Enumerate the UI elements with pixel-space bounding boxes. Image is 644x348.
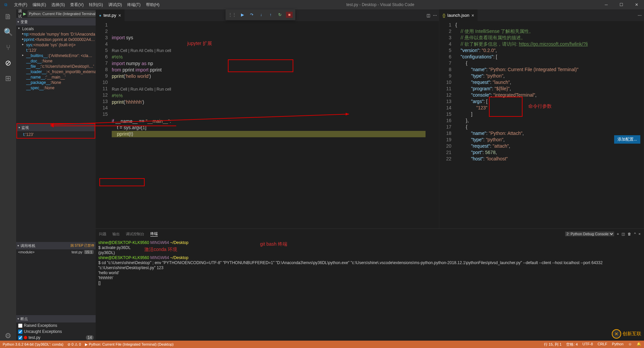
breakpoint-dot-icon: [24, 336, 27, 339]
menu-terminal[interactable]: 终端(T): [125, 1, 143, 9]
var-name[interactable]: t: [26, 48, 27, 53]
new-terminal-icon[interactable]: +: [617, 232, 619, 236]
grip-icon[interactable]: ⋮⋮: [228, 12, 236, 17]
terminal[interactable]: shine@DESKTOP-KLK9560 MINGW64 ~/Desktop …: [96, 239, 644, 341]
var-name[interactable]: pprint: [24, 37, 34, 42]
uncaught-exceptions-checkbox[interactable]: [18, 330, 22, 334]
status-python[interactable]: Python 3.6.2 64-bit ('py36DL': conda): [3, 342, 63, 346]
watermark-logo: ✕创新互联: [612, 329, 641, 339]
add-configuration-button[interactable]: 添加配置...: [614, 135, 640, 144]
var-name[interactable]: __doc__: [26, 59, 42, 63]
menu-help[interactable]: 帮助(H): [144, 1, 162, 9]
locals-scope[interactable]: Locals: [22, 27, 34, 31]
variables-header[interactable]: ▾变量: [16, 18, 96, 26]
minimap[interactable]: [426, 21, 439, 229]
maximize-panel-icon[interactable]: ^: [634, 232, 636, 236]
raised-exceptions-checkbox[interactable]: [18, 324, 22, 328]
title-bar: ⧉ 文件(F) 编辑(E) 选择(S) 查看(V) 转到(G) 调试(D) 终端…: [0, 0, 644, 9]
restart-button[interactable]: ↻: [277, 12, 283, 17]
watch-expr[interactable]: t: [23, 132, 24, 137]
split-editor-icon[interactable]: ◫: [427, 13, 430, 18]
breakpoints-header[interactable]: ▾断点: [16, 315, 96, 322]
settings-gear-icon[interactable]: ⚙: [3, 331, 13, 341]
var-name[interactable]: __package__: [26, 80, 50, 85]
panel-tab-debugconsole[interactable]: 调试控制台: [126, 232, 144, 237]
debug-sidebar: 调试 ▶ Python: Current File (Integrated Te…: [16, 9, 96, 341]
continue-button[interactable]: ▶: [239, 12, 246, 17]
minimap[interactable]: [630, 21, 644, 229]
status-eol[interactable]: CRLF: [598, 342, 607, 347]
panel-tab-problems[interactable]: 问题: [99, 232, 106, 237]
more-actions-icon[interactable]: ⋯: [433, 13, 437, 18]
var-name[interactable]: __loader__: [26, 69, 46, 74]
close-tab-icon[interactable]: ×: [118, 13, 121, 18]
scm-icon[interactable]: ⑂: [3, 43, 13, 52]
maximize-button[interactable]: ☐: [614, 0, 629, 9]
tab-test-py[interactable]: ●test.py×: [96, 9, 125, 21]
annotation-label: 命令行参数: [528, 103, 552, 109]
var-name[interactable]: sys: [26, 43, 32, 47]
editor-right: {}launch.json× ⋯ 12345678910111213141516…: [439, 9, 644, 229]
debug-toolbar[interactable]: ⋮⋮ ▶ ↷ ↓ ↑ ↻ ■: [226, 9, 295, 20]
python-file-icon: ●: [99, 13, 101, 18]
annotation-box: [228, 59, 293, 72]
menu-goto[interactable]: 转到(G): [87, 1, 105, 9]
status-bell-icon[interactable]: 🔔: [637, 342, 641, 347]
explorer-icon[interactable]: 🗎: [3, 12, 13, 21]
minimize-button[interactable]: ─: [599, 0, 614, 9]
callstack-frame[interactable]: <module>test.py15:1: [16, 249, 96, 255]
menu-debug[interactable]: 调试(D): [106, 1, 125, 9]
debug-icon[interactable]: ⊘: [3, 58, 13, 68]
callstack-header[interactable]: ▾调用堆栈因 STEP 已暂停: [16, 242, 96, 249]
annotation-label: git bash 终端: [260, 242, 287, 247]
stop-button[interactable]: ■: [286, 12, 293, 18]
status-debug-target[interactable]: ▶ Python: Current File (Integrated Termi…: [85, 342, 174, 347]
watch-header[interactable]: ▾监视: [17, 124, 95, 131]
menu-bar: 文件(F) 编辑(E) 选择(S) 查看(V) 转到(G) 调试(D) 终端(T…: [12, 1, 162, 9]
status-cursor[interactable]: 行 15, 列 1: [544, 342, 562, 347]
start-debug-button[interactable]: ▶: [23, 11, 26, 16]
status-feedback-icon[interactable]: ☺: [628, 342, 632, 347]
menu-view[interactable]: 查看(V): [68, 1, 86, 9]
breakpoint-checkbox[interactable]: [18, 336, 22, 340]
json-file-icon: {}: [443, 13, 445, 18]
split-terminal-icon[interactable]: ◫: [622, 232, 625, 236]
step-into-button[interactable]: ↓: [258, 12, 264, 17]
status-encoding[interactable]: UTF-8: [583, 342, 593, 347]
panel: 问题 输出 调试控制台 终端 2: Python Debug Console +…: [96, 229, 644, 341]
var-name[interactable]: __file__: [26, 64, 40, 69]
annotation-label: 激活conda 环境: [144, 247, 177, 252]
menu-edit[interactable]: 编辑(E): [30, 1, 48, 9]
var-name[interactable]: np: [24, 32, 28, 37]
debug-label: 调试: [18, 9, 22, 19]
step-out-button[interactable]: ↑: [267, 12, 274, 17]
extensions-icon[interactable]: ⊞: [3, 74, 13, 83]
close-panel-icon[interactable]: ×: [639, 232, 641, 236]
var-name[interactable]: __spec__: [26, 86, 44, 90]
close-window-button[interactable]: ✕: [629, 0, 644, 9]
menu-file[interactable]: 文件(F): [12, 1, 30, 9]
menu-select[interactable]: 选择(S): [49, 1, 67, 9]
code-editor[interactable]: { // 使用 IntelliSense 了解相关属性。 // 悬停以查看现有属…: [455, 21, 630, 229]
code-editor[interactable]: import sys Run Cell | Run All Cells | Ru…: [112, 21, 426, 229]
step-over-button[interactable]: ↷: [248, 12, 255, 17]
close-tab-icon[interactable]: ×: [472, 13, 474, 18]
kill-terminal-icon[interactable]: 🗑: [628, 232, 631, 236]
status-spaces[interactable]: 空格: 4: [566, 342, 578, 347]
panel-tab-terminal[interactable]: 终端: [150, 231, 158, 237]
status-bar: Python 3.6.2 64-bit ('py36DL': conda) ⊘ …: [0, 341, 644, 348]
panel-tab-output[interactable]: 输出: [112, 232, 120, 237]
var-name[interactable]: __builtins__: [26, 53, 48, 58]
var-name[interactable]: __name__: [26, 75, 45, 80]
debug-config-select[interactable]: Python: Current File (Integrated Termina…: [28, 10, 102, 17]
annotation-label: jupyter 扩展: [187, 40, 212, 47]
search-icon[interactable]: 🔍: [3, 28, 13, 37]
terminal-select[interactable]: 2: Python Debug Console: [565, 232, 614, 236]
window-title: test.py - Desktop - Visual Studio Code: [162, 2, 599, 7]
tab-launch-json[interactable]: {}launch.json×: [439, 9, 478, 21]
status-problems[interactable]: ⊘ 0 ⚠ 0: [67, 342, 81, 347]
more-actions-icon[interactable]: ⋯: [638, 13, 642, 18]
vscode-logo-icon: ⧉: [0, 2, 12, 7]
status-language[interactable]: Python: [612, 342, 624, 347]
activity-bar: 🗎 🔍 ⑂ ⊘ ⊞ ⚙: [0, 9, 16, 341]
